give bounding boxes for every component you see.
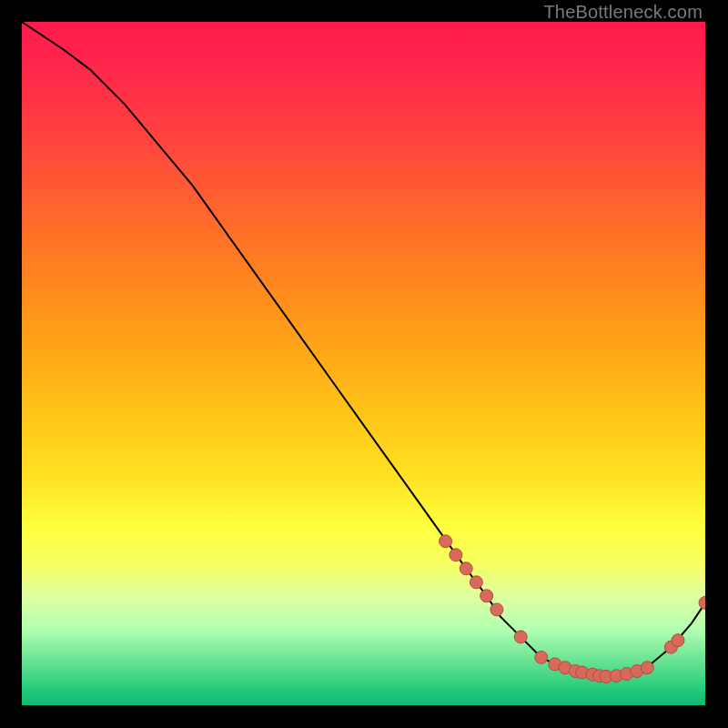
curve-marker [460, 562, 472, 575]
curve-marker [514, 631, 527, 643]
curve-svg [22, 22, 705, 705]
curve-marker [480, 590, 493, 602]
plot-area [22, 22, 705, 705]
curve-marker [490, 603, 503, 616]
chart-frame: TheBottleneck.com [0, 0, 728, 728]
curve-marker [672, 634, 684, 647]
curve-marker [641, 662, 653, 674]
curve-marker [470, 576, 482, 589]
curve-marker [699, 596, 705, 609]
bottleneck-curve [22, 22, 705, 678]
curve-marker [535, 651, 548, 663]
watermark-text: TheBottleneck.com [543, 2, 703, 23]
curve-marker [450, 549, 462, 561]
curve-marker [440, 535, 452, 548]
curve-markers [440, 535, 705, 683]
